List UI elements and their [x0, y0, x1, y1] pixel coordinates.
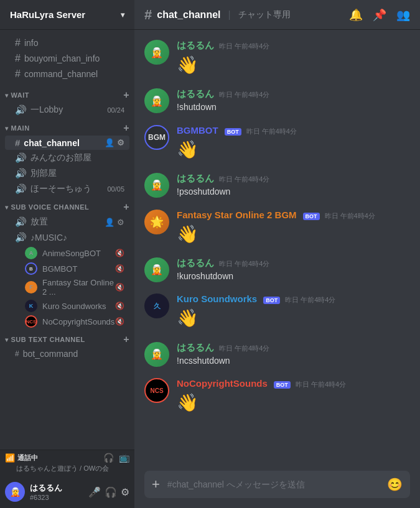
message-group-6: 🧝 はるるん 昨日 午前4時4分 !kuroshutdown	[144, 257, 410, 283]
avatar-harurun-8: 🧝	[144, 342, 169, 367]
channel-item-hochi[interactable]: 🔊 放置 👤 ⚙	[5, 215, 129, 229]
msg-time-7: 昨日 午前4時4分	[285, 295, 335, 305]
user-settings-icon[interactable]: 👤	[105, 138, 114, 147]
voice-icon: 🔊	[15, 232, 27, 243]
channel-item-command[interactable]: # command_channel	[5, 67, 129, 81]
settings-icon[interactable]: ⚙	[121, 486, 129, 498]
message-group-7: 久 Kuro Soundworks BOT 昨日 午前4時4分 👋	[144, 293, 410, 330]
msg-time-5: 昨日 午前4時4分	[325, 211, 375, 221]
voice-icon: 🔊	[15, 183, 27, 195]
voice-user-bgmbot[interactable]: B BGMBOT 🔇	[5, 261, 129, 276]
headphones-icon[interactable]: 🎧	[103, 453, 114, 463]
add-channel-wait-button[interactable]: +	[123, 90, 129, 101]
user-info: はるるん #6323	[30, 483, 88, 501]
message-input[interactable]	[167, 479, 380, 489]
msg-time-8: 昨日 午前4時4分	[219, 344, 269, 353]
message-header-5: Fantasy Star Online 2 BGM BOT 昨日 午前4時4分	[177, 210, 410, 221]
message-group-2: 🧝 はるるん 昨日 午前4時4分 !shutdown	[144, 88, 410, 114]
app-container: HaRuLyra Server ▾ # info # bouyomi_chan_…	[0, 0, 420, 508]
monitor-icon[interactable]: 📺	[119, 453, 129, 463]
main-content: # chat_channel | チャット専用 🔔 📌 👥 🧝 はるるん	[134, 0, 420, 508]
avatar-animesong: A	[25, 247, 37, 259]
server-chevron-icon: ▾	[121, 11, 124, 19]
gear-icon[interactable]: ⚙	[117, 138, 124, 147]
category-header-sub-text[interactable]: ▾ SUB TEXT CHANNEL +	[0, 331, 134, 346]
channel-label-minna: みんなのお部屋	[30, 152, 91, 164]
add-channel-main-button[interactable]: +	[123, 122, 129, 134]
message-header-1: はるるん 昨日 午前4時4分	[177, 40, 410, 52]
msg-time-3: 昨日 午前4時4分	[246, 127, 297, 136]
pin-icon[interactable]: 📌	[373, 8, 386, 22]
headset-icon[interactable]: 🎧	[105, 486, 117, 498]
category-header-sub-voice[interactable]: ▾ SUB VOICE CHANNEL +	[0, 199, 134, 214]
message-content-2: はるるん 昨日 午前4時4分 !shutdown	[177, 88, 410, 114]
msg-emoji-5: 👋	[177, 224, 198, 244]
channel-label-chat: chat_channel	[24, 138, 79, 148]
voice-user-animesong[interactable]: A AnimeSongBOT 🔇	[5, 246, 129, 261]
channel-actions-hochi: 👤 ⚙	[105, 218, 124, 227]
mute-icon-animesong: 🔇	[115, 249, 124, 257]
server-header[interactable]: HaRuLyra Server ▾	[0, 0, 134, 30]
avatar-img-8: 🧝	[151, 348, 163, 360]
gear-icon[interactable]: ⚙	[117, 218, 124, 227]
category-wait: ▾ WAIT + 🔊 一Lobby 00/24	[0, 87, 134, 118]
message-content-9: NoCopyrightSounds BOT 昨日 午前4時4分 👋	[177, 378, 410, 415]
message-content-6: はるるん 昨日 午前4時4分 !kuroshutdown	[177, 257, 410, 283]
category-arrow-icon: ▾	[5, 92, 9, 99]
msg-time-1: 昨日 午前4時4分	[219, 42, 269, 51]
message-group-5: 🌟 Fantasy Star Online 2 BGM BOT 昨日 午前4時4…	[144, 210, 410, 246]
avatar-kuro: 久	[144, 293, 169, 318]
bell-icon[interactable]: 🔔	[349, 8, 363, 22]
message-content-4: はるるん 昨日 午前4時4分 !psoshutdown	[177, 173, 410, 198]
channel-item-lobby[interactable]: 🔊 一Lobby 00/24	[5, 103, 129, 118]
channel-label-bot-command: bot_command	[23, 349, 78, 359]
channel-item-bouyomi[interactable]: # bouyomi_chan_info	[5, 51, 129, 66]
category-label-wait: WAIT	[11, 91, 30, 99]
user-avatar-emoji: 🧝	[10, 487, 21, 497]
voice-user-kuro[interactable]: K Kuro Soundworks 🔇	[5, 298, 129, 313]
msg-text-1: 👋	[177, 53, 410, 77]
channel-item-minna[interactable]: 🔊 みんなのお部屋	[5, 150, 129, 165]
members-icon[interactable]: 👥	[396, 8, 410, 22]
category-label-sub-voice: SUB VOICE CHANNEL	[11, 203, 90, 211]
avatar-bgmbot: B	[25, 262, 37, 275]
server-name: HaRuLyra Server	[10, 9, 85, 20]
msg-author-2: はるるん	[177, 88, 214, 100]
message-content-7: Kuro Soundworks BOT 昨日 午前4時4分 👋	[177, 293, 410, 330]
voice-user-fso[interactable]: F Fantasy Star Online 2 ... 🔇	[5, 277, 129, 298]
avatar-harurun-1: 🧝	[144, 40, 169, 65]
user-icon[interactable]: 👤	[105, 218, 114, 227]
msg-text-6: !kuroshutdown	[177, 270, 410, 283]
hash-icon: #	[15, 68, 21, 80]
mute-icon-ncs: 🔇	[115, 317, 124, 326]
category-arrow-icon: ▾	[5, 204, 9, 211]
activity-desc: はるちゃんと遊ぼう / OWの会	[5, 464, 129, 473]
channel-hash-icon: #	[144, 7, 152, 23]
avatar-harurun-4: 🧝	[144, 173, 169, 198]
header-divider: |	[228, 9, 231, 21]
msg-text-8: !ncsshutdown	[177, 355, 410, 367]
channel-item-chat-channel[interactable]: # chat_channel 👤 ⚙	[5, 136, 129, 150]
voice-user-ncs[interactable]: NCS NoCopyrightSounds 🔇	[5, 314, 129, 329]
emoji-picker-button[interactable]: 😊	[387, 477, 403, 492]
add-channel-sub-text-button[interactable]: +	[123, 334, 129, 345]
channel-item-music[interactable]: 🔊 ♪MUSIC♪	[5, 230, 129, 245]
message-header-8: はるるん 昨日 午前4時4分	[177, 342, 410, 354]
mute-icon-bgmbot: 🔇	[115, 264, 124, 273]
channel-label-bouyomi: bouyomi_chan_info	[24, 53, 100, 63]
category-header-wait[interactable]: ▾ WAIT +	[0, 87, 134, 102]
avatar-ncs: NCS	[144, 378, 169, 403]
category-header-main[interactable]: ▾ MAIN +	[0, 120, 134, 135]
channel-item-betsu[interactable]: 🔊 別部屋	[5, 166, 129, 181]
add-channel-sub-voice-button[interactable]: +	[123, 201, 129, 213]
channel-item-hoso[interactable]: 🔊 ほーそーちゅう 00/05	[5, 182, 129, 196]
channel-item-info[interactable]: # info	[5, 35, 129, 50]
avatar-fso: 🌟	[144, 210, 169, 234]
voice-user-name-ncs: NoCopyrightSounds	[42, 317, 114, 326]
mic-icon[interactable]: 🎤	[88, 486, 101, 498]
msg-emoji-9: 👋	[177, 393, 198, 412]
channel-item-bot-command[interactable]: # bot_command	[5, 347, 129, 361]
channel-label-betsu: 別部屋	[30, 168, 57, 179]
hash-icon: #	[15, 137, 20, 148]
add-attachment-button[interactable]: +	[152, 476, 160, 492]
